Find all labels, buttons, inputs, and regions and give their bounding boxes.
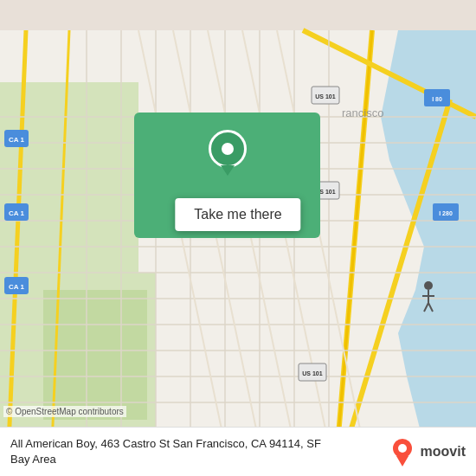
take-me-there-button[interactable]: Take me there [175,198,300,231]
svg-point-60 [398,444,407,453]
svg-text:I 280: I 280 [439,210,453,216]
svg-text:I 80: I 80 [432,96,442,102]
svg-text:CA 1: CA 1 [9,283,24,291]
osm-attribution: © OpenStreetMap contributors [3,406,126,417]
location-pin [209,130,247,175]
map-background: CA 1 CA 1 CA 1 US 101 US 101 US 101 I 80… [0,0,476,476]
svg-text:CA 1: CA 1 [9,209,24,217]
moovit-logo-icon [388,437,417,466]
svg-text:US 101: US 101 [302,370,322,376]
svg-point-53 [424,281,433,290]
map-container: CA 1 CA 1 CA 1 US 101 US 101 US 101 I 80… [0,0,476,476]
svg-text:US 101: US 101 [315,93,335,100]
info-bar: All American Boy, 463 Castro St San Fran… [0,427,476,476]
moovit-logo: moovit [388,437,466,466]
svg-text:CA 1: CA 1 [9,136,24,144]
moovit-text: moovit [421,444,466,460]
svg-text:rancisco: rancisco [342,106,383,119]
location-address: All American Boy, 463 Castro St San Fran… [10,436,322,467]
svg-marker-59 [396,456,408,466]
